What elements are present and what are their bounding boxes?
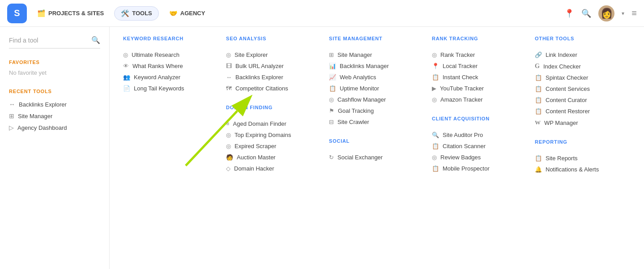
domain-finding-title: DOMAIN FINDING <box>226 105 315 112</box>
cat-other-tools: OTHER TOOLS 🔗 Link Indexer G Index Check… <box>535 36 623 128</box>
col-seo-domain: SEO ANALYSIS ◎ Site Explorer 🎞 Bulk URL … <box>219 36 322 260</box>
recent-item-agency[interactable]: ▷ Agency Dashboard <box>9 122 100 133</box>
tool-keyword-analyzer[interactable]: 👥 Keyword Analyzer <box>123 72 212 83</box>
tool-mobile-prospector[interactable]: 📋 Mobile Prospector <box>432 163 520 174</box>
cat-domain-finding: DOMAIN FINDING ≡ Aged Domain Finder ◎ To… <box>226 105 315 174</box>
site-management-title: SITE MANAGEMENT <box>329 36 418 43</box>
chevron-down-icon[interactable]: ▾ <box>622 10 624 17</box>
tool-content-curator[interactable]: 📋 Content Curator <box>535 94 623 106</box>
col-other-reporting: OTHER TOOLS 🔗 Link Indexer G Index Check… <box>528 36 631 260</box>
tool-citation-scanner[interactable]: 📋 Citation Scanner <box>432 141 520 152</box>
tool-web-analytics[interactable]: 📈 Web Analytics <box>329 72 418 83</box>
search-icon[interactable]: 🔍 <box>581 9 591 18</box>
tool-instant-check[interactable]: 📋 Instant Check <box>432 72 520 83</box>
tool-bulk-url-analyzer[interactable]: 🎞 Bulk URL Analyzer <box>226 60 315 72</box>
hamburger-icon[interactable]: ≡ <box>631 8 637 18</box>
site-manager-icon: ⊞ <box>9 112 14 120</box>
recent-item-label: Agency Dashboard <box>17 124 67 131</box>
tool-goal-tracking[interactable]: ⚑ Goal Tracking <box>329 105 418 116</box>
col-site-mgmt: SITE MANAGEMENT ⊞ Site Manager 📊 Backlin… <box>322 36 425 260</box>
tool-ultimate-research[interactable]: ◎ Ultimate Research <box>123 49 212 60</box>
recent-item-sitemanager[interactable]: ⊞ Site Manager <box>9 110 100 122</box>
tool-backlinks-manager[interactable]: 📊 Backlinks Manager <box>329 60 418 72</box>
cat-rank-tracking: RANK TRACKING ◎ Rank Tracker 📍 Local Tra… <box>432 36 520 105</box>
projects-icon: 🗂️ <box>37 9 46 17</box>
tool-notifications-alerts[interactable]: 🔔 Notifications & Alerts <box>535 164 623 175</box>
nav-tools[interactable]: 🛠️ TOOLS <box>114 6 159 21</box>
nav-agency-label: AGENCY <box>180 10 205 17</box>
nav-projects-label: PROJECTS & SITES <box>48 10 104 17</box>
client-acquisition-title: CLIENT ACQUISITION <box>432 116 520 123</box>
search-box: 🔍 <box>9 36 100 49</box>
location-icon[interactable]: 📍 <box>564 9 574 18</box>
tool-rank-tracker[interactable]: ◎ Rank Tracker <box>432 49 520 60</box>
tool-review-badges[interactable]: ◎ Review Badges <box>432 152 520 163</box>
cat-social: SOCIAL ↻ Social Exchanger <box>329 138 418 163</box>
tool-site-crawler[interactable]: ⊟ Site Crawler <box>329 116 418 128</box>
seo-analysis-title: SEO ANALYSIS <box>226 36 315 43</box>
sidebar: 🔍 FAVORITES No favorite yet RECENT TOOLS… <box>0 27 110 269</box>
tool-top-expiring-domains[interactable]: ◎ Top Expiring Domains <box>226 129 315 141</box>
tool-site-explorer[interactable]: ◎ Site Explorer <box>226 49 315 60</box>
social-title: SOCIAL <box>329 138 418 145</box>
tool-domain-hacker[interactable]: ◇ Domain Hacker <box>226 163 315 174</box>
logo-button[interactable]: S <box>7 4 27 23</box>
cat-client-acquisition: CLIENT ACQUISITION 🔍 Site Auditor Pro 📋 … <box>432 116 520 174</box>
other-tools-title: OTHER TOOLS <box>535 36 623 43</box>
nav-tools-label: TOOLS <box>132 10 152 17</box>
search-input[interactable] <box>9 37 88 44</box>
tool-wp-manager[interactable]: W WP Manager <box>535 117 623 128</box>
tool-content-services[interactable]: 📋 Content Services <box>535 83 623 94</box>
tool-site-manager[interactable]: ⊞ Site Manager <box>329 49 418 60</box>
tool-expired-scraper[interactable]: ◎ Expired Scraper <box>226 141 315 152</box>
recent-item-backlinks[interactable]: ↔ Backlinks Explorer <box>9 98 100 110</box>
recent-label: RECENT TOOLS <box>9 89 100 94</box>
dropdown-panel: 🔍 FAVORITES No favorite yet RECENT TOOLS… <box>0 27 644 269</box>
tool-competitor-citations[interactable]: 🗺 Competitor Citations <box>226 83 315 94</box>
tool-site-auditor-pro[interactable]: 🔍 Site Auditor Pro <box>432 129 520 141</box>
main-content: KEYWORD RESEARCH ◎ Ultimate Research 👁 W… <box>110 27 644 269</box>
rank-tracking-title: RANK TRACKING <box>432 36 520 43</box>
tool-aged-domain-finder[interactable]: ≡ Aged Domain Finder <box>226 118 315 129</box>
col-keyword-research: KEYWORD RESEARCH ◎ Ultimate Research 👁 W… <box>123 36 219 260</box>
tool-cashflow-manager[interactable]: ◎ Cashflow Manager <box>329 94 418 105</box>
nav-right: 📍 🔍 👩 ▾ ≡ <box>564 5 637 21</box>
col-rank-client: RANK TRACKING ◎ Rank Tracker 📍 Local Tra… <box>425 36 528 260</box>
recent-items-list: ↔ Backlinks Explorer ⊞ Site Manager ▷ Ag… <box>9 98 100 133</box>
avatar[interactable]: 👩 <box>598 5 614 21</box>
tool-site-reports[interactable]: 📋 Site Reports <box>535 153 623 164</box>
reporting-title: REPORTING <box>535 139 623 146</box>
keyword-research-title: KEYWORD RESEARCH <box>123 36 212 43</box>
cat-reporting: REPORTING 📋 Site Reports 🔔 Notifications… <box>535 139 623 175</box>
tool-local-tracker[interactable]: 📍 Local Tracker <box>432 60 520 72</box>
top-nav: S 🗂️ PROJECTS & SITES 🛠️ TOOLS 🤝 AGENCY … <box>0 0 644 27</box>
favorites-label: FAVORITES <box>9 60 100 65</box>
tool-youtube-tracker[interactable]: ▶ YouTube Tracker <box>432 83 520 94</box>
tool-link-indexer[interactable]: 🔗 Link Indexer <box>535 49 623 60</box>
backlinks-icon: ↔ <box>9 101 15 108</box>
tool-backlinks-explorer[interactable]: ↔ Backlinks Explorer <box>226 72 315 83</box>
cat-site-management: SITE MANAGEMENT ⊞ Site Manager 📊 Backlin… <box>329 36 418 128</box>
tool-what-ranks-where[interactable]: 👁 What Ranks Where <box>123 60 212 72</box>
nav-projects[interactable]: 🗂️ PROJECTS & SITES <box>30 6 111 21</box>
tool-amazon-tracker[interactable]: ◎ Amazon Tracker <box>432 94 520 105</box>
nav-agency[interactable]: 🤝 AGENCY <box>162 6 212 21</box>
tool-auction-master[interactable]: 🧑 Auction Master <box>226 152 315 163</box>
tools-icon: 🛠️ <box>121 9 129 17</box>
agency-icon: 🤝 <box>169 9 178 17</box>
tool-content-restorer[interactable]: 📋 Content Restorer <box>535 106 623 117</box>
tool-index-checker[interactable]: G Index Checker <box>535 60 623 72</box>
tool-social-exchanger[interactable]: ↻ Social Exchanger <box>329 152 418 163</box>
agency-dash-icon: ▷ <box>9 124 14 131</box>
tool-uptime-monitor[interactable]: 📋 Uptime Monitor <box>329 83 418 94</box>
recent-item-label: Site Manager <box>18 113 52 120</box>
recent-item-label: Backlinks Explorer <box>19 101 67 108</box>
search-icon: 🔍 <box>91 36 100 44</box>
tool-long-tail-keywords[interactable]: 📄 Long Tail Keywords <box>123 83 212 94</box>
tool-spintax-checker[interactable]: 📋 Spintax Checker <box>535 72 623 83</box>
cat-seo-analysis: SEO ANALYSIS ◎ Site Explorer 🎞 Bulk URL … <box>226 36 315 94</box>
no-favorites-text: No favorite yet <box>9 69 100 76</box>
